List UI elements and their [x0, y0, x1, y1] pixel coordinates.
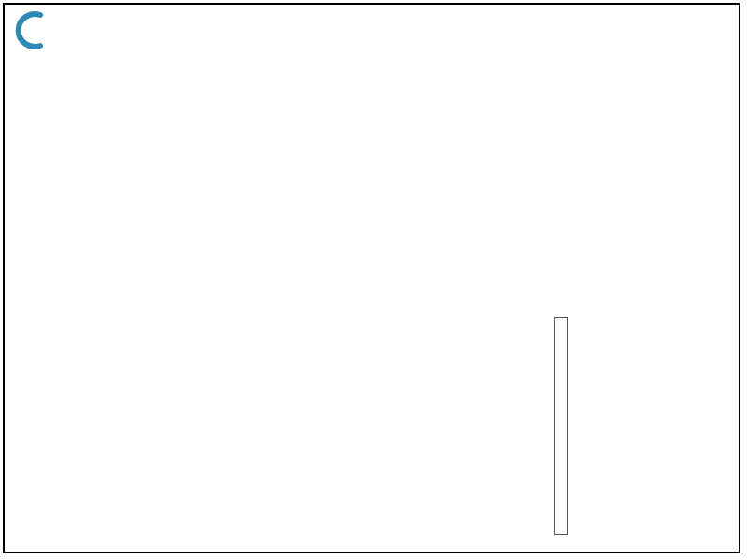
legend-positive: [623, 370, 627, 384]
legend-negative: [623, 481, 627, 495]
skymap-svg: [0, 0, 747, 560]
doppler-colorbar: [554, 317, 568, 535]
skymap-window: [0, 0, 747, 560]
